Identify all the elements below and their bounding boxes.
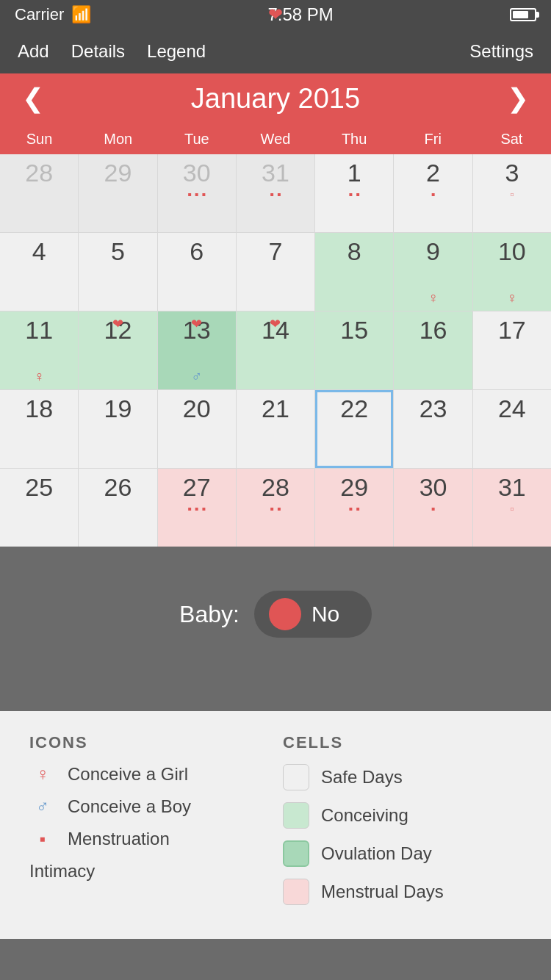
drop-icon: ▪ <box>277 502 281 516</box>
table-row[interactable]: 24 <box>473 390 551 468</box>
legend-button[interactable]: Legend <box>147 41 206 62</box>
legend-item-ovulation: Ovulation Day <box>283 840 522 867</box>
legend-item-intimacy: ❤ Intimacy <box>29 861 268 882</box>
female-icon: ♀ <box>428 289 439 306</box>
safe-days-swatch <box>283 764 309 790</box>
baby-toggle[interactable]: No <box>254 591 372 638</box>
next-month-button[interactable]: ❯ <box>507 83 529 114</box>
drop-icon: ▪ <box>202 502 206 516</box>
heart-icon: ❤ <box>270 316 281 332</box>
table-row[interactable]: 28 ▪▪ <box>237 469 314 547</box>
table-row[interactable]: 23 <box>394 390 472 468</box>
drop-icon: ▪ <box>270 188 274 201</box>
table-row[interactable]: 8 <box>315 233 393 311</box>
legend-section: ICONS ♀ Conceive a Girl ♂ Conceive a Boy… <box>0 711 551 939</box>
heart-legend-icon: ❤ <box>262 4 289 25</box>
table-row[interactable]: ❤ 13 ♂ <box>158 311 236 389</box>
drop-icon: ▪ <box>187 502 192 516</box>
legend-ovulation-label: Ovulation Day <box>321 843 432 864</box>
table-row[interactable]: 1 ▪▪ <box>315 154 393 232</box>
legend-menstruation-label: Menstruation <box>68 829 170 849</box>
table-row[interactable]: 30 ▪▪▪ <box>158 154 236 232</box>
drop-icon: ▪ <box>277 188 281 201</box>
table-row[interactable]: 9 ♀ <box>394 233 472 311</box>
drop-icon: ▪ <box>431 502 436 516</box>
table-row[interactable]: 30 ▪ <box>394 469 472 547</box>
baby-label: Baby: <box>179 601 240 628</box>
legend-cells-column: CELLS Safe Days Conceiving Ovulation Day… <box>283 733 522 917</box>
legend-girl-label: Conceive a Girl <box>68 764 188 785</box>
legend-cells-header: CELLS <box>283 733 522 752</box>
day-of-week-row: Sun Mon Tue Wed Thu Fri Sat <box>0 123 551 154</box>
drop-legend-icon: ▪ <box>29 829 56 849</box>
table-row[interactable]: 25 <box>0 469 78 547</box>
calendar-header: ❮ January 2015 ❯ <box>0 73 551 123</box>
carrier-label: Carrier <box>15 5 64 24</box>
conceiving-swatch <box>283 802 309 829</box>
table-row[interactable]: 20 <box>158 390 236 468</box>
table-row[interactable]: 27 ▪▪▪ <box>158 469 236 547</box>
add-button[interactable]: Add <box>18 41 49 62</box>
drop-icon: ▪ <box>349 502 353 516</box>
table-row[interactable]: ❤ 14 <box>237 311 314 389</box>
baby-control: Baby: No <box>0 576 551 667</box>
settings-button[interactable]: Settings <box>469 41 533 62</box>
table-row[interactable]: 31 ▫ <box>473 469 551 547</box>
drop-icon: ▪ <box>349 188 353 201</box>
legend-item-boy: ♂ Conceive a Boy <box>29 796 268 817</box>
table-row[interactable]: 29 ▪▪ <box>315 469 393 547</box>
toggle-dot <box>269 598 301 630</box>
ovulation-swatch <box>283 840 309 867</box>
nav-bar: Add Details Legend Settings <box>0 29 551 73</box>
legend-intimacy-label: Intimacy <box>29 861 95 882</box>
menstrual-days-swatch <box>283 879 309 905</box>
table-row[interactable]: 29 <box>79 154 156 232</box>
table-row[interactable]: 21 <box>237 390 314 468</box>
legend-safe-label: Safe Days <box>321 767 403 788</box>
table-row[interactable]: 16 <box>394 311 472 389</box>
table-row[interactable]: 15 <box>315 311 393 389</box>
female-icon: ♀ <box>34 368 45 385</box>
table-row[interactable]: 19 <box>79 390 156 468</box>
dow-sat: Sat <box>472 123 551 154</box>
table-row[interactable]: 5 <box>79 233 156 311</box>
dow-wed: Wed <box>236 123 314 154</box>
legend-item-girl: ♀ Conceive a Girl <box>29 764 268 785</box>
table-row[interactable]: 17 <box>473 311 551 389</box>
table-row[interactable]: 2 ▪ <box>394 154 472 232</box>
legend-icons-header: ICONS <box>29 733 268 752</box>
legend-boy-label: Conceive a Boy <box>68 796 191 817</box>
dow-fri: Fri <box>394 123 472 154</box>
details-button[interactable]: Details <box>71 41 125 62</box>
legend-item-menstruation: ▪ Menstruation <box>29 829 268 849</box>
drop-icon: ▪ <box>356 502 360 516</box>
table-row[interactable]: 10 ♀ <box>473 233 551 311</box>
prev-month-button[interactable]: ❮ <box>22 83 44 114</box>
table-row[interactable]: 18 <box>0 390 78 468</box>
table-row[interactable]: 28 <box>0 154 78 232</box>
table-row[interactable]: ❤ 12 <box>79 311 156 389</box>
table-row[interactable]: 6 <box>158 233 236 311</box>
table-row[interactable]: 11 ♀ <box>0 311 78 389</box>
legend-item-safe: Safe Days <box>283 764 522 790</box>
spacer <box>0 667 551 711</box>
table-row[interactable]: 26 <box>79 469 156 547</box>
table-row[interactable]: 22 <box>315 390 393 468</box>
legend-menstrual-label: Menstrual Days <box>321 882 444 902</box>
female-legend-icon: ♀ <box>29 764 56 785</box>
table-row[interactable]: 3 ▫ <box>473 154 551 232</box>
battery-icon <box>510 8 536 21</box>
male-legend-icon: ♂ <box>29 796 56 817</box>
table-row[interactable]: 4 <box>0 233 78 311</box>
table-row[interactable]: 31 ▪▪ <box>237 154 314 232</box>
table-row[interactable]: 7 <box>237 233 314 311</box>
drop-icon: ▪ <box>202 188 206 201</box>
heart-icon: ❤ <box>112 316 123 332</box>
dow-tue: Tue <box>157 123 236 154</box>
drop-outline-icon: ▫ <box>510 188 514 201</box>
dow-sun: Sun <box>0 123 79 154</box>
male-icon: ♂ <box>191 368 202 385</box>
legend-item-menstrual-days: Menstrual Days <box>283 879 522 905</box>
drop-icon: ▪ <box>187 188 192 201</box>
female-icon: ♀ <box>506 289 517 306</box>
